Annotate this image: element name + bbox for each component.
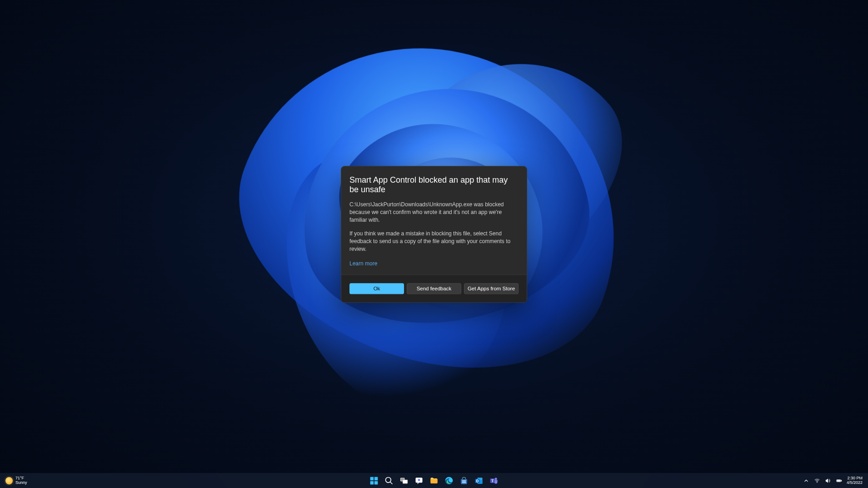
windows-logo-icon: [369, 476, 379, 485]
file-explorer-button[interactable]: [427, 474, 441, 488]
battery-button[interactable]: [836, 478, 842, 484]
svg-point-9: [418, 478, 420, 481]
svg-rect-25: [837, 480, 840, 481]
svg-point-4: [386, 477, 391, 483]
svg-rect-2: [370, 481, 374, 484]
svg-rect-17: [475, 478, 479, 483]
task-view-button[interactable]: [397, 474, 411, 488]
svg-rect-1: [374, 477, 378, 480]
smart-app-control-dialog: Smart App Control blocked an app that ma…: [341, 166, 527, 303]
show-hidden-icons-button[interactable]: [803, 478, 809, 484]
svg-rect-0: [370, 477, 374, 480]
search-button[interactable]: [382, 474, 396, 488]
get-apps-from-store-button[interactable]: Get Apps from Store: [464, 283, 519, 294]
search-icon: [384, 476, 394, 485]
dialog-body-text-2: If you think we made a mistake in blocki…: [349, 230, 519, 254]
edge-icon: [444, 476, 454, 485]
teams-button[interactable]: T: [487, 474, 501, 488]
svg-rect-12: [464, 480, 466, 482]
battery-icon: [836, 478, 842, 484]
taskbar-date: 4/5/2022: [847, 481, 863, 485]
weather-condition: Sunny: [15, 481, 27, 485]
chat-icon: [414, 476, 424, 485]
svg-line-5: [390, 482, 393, 484]
dialog-title: Smart App Control blocked an app that ma…: [349, 175, 519, 194]
svg-rect-7: [403, 480, 408, 483]
weather-sunny-icon: [5, 477, 13, 484]
svg-rect-14: [464, 482, 466, 483]
outlook-button[interactable]: [472, 474, 486, 488]
taskbar: 71°F Sunny: [0, 473, 868, 488]
svg-rect-11: [463, 480, 464, 482]
svg-text:T: T: [491, 478, 494, 483]
folder-icon: [429, 476, 439, 485]
wifi-button[interactable]: [814, 478, 820, 484]
svg-point-19: [495, 478, 497, 480]
taskbar-weather-widget[interactable]: 71°F Sunny: [0, 476, 27, 485]
svg-rect-13: [463, 482, 464, 483]
svg-point-22: [817, 482, 817, 482]
wifi-icon: [814, 478, 820, 484]
ok-button[interactable]: Ok: [349, 283, 404, 294]
task-view-icon: [399, 476, 409, 485]
dialog-footer: Ok Send feedback Get Apps from Store: [341, 274, 527, 302]
teams-icon: T: [489, 476, 499, 485]
chevron-up-icon: [803, 478, 809, 484]
dialog-body-text-1: C:\Users\JackPurton\Downloads\UnknownApp…: [349, 201, 519, 224]
start-button[interactable]: [367, 474, 381, 488]
learn-more-link[interactable]: Learn more: [349, 260, 377, 267]
volume-button[interactable]: [825, 478, 831, 484]
svg-rect-24: [841, 480, 842, 481]
speaker-icon: [825, 478, 831, 484]
send-feedback-button[interactable]: Send feedback: [407, 283, 461, 294]
svg-rect-3: [374, 481, 378, 484]
store-icon: [459, 476, 469, 485]
clock-button[interactable]: 2:30 PM 4/5/2022: [847, 476, 863, 485]
chat-button[interactable]: [412, 474, 426, 488]
microsoft-store-button[interactable]: [457, 474, 471, 488]
outlook-icon: [474, 476, 484, 485]
edge-browser-button[interactable]: [442, 474, 456, 488]
